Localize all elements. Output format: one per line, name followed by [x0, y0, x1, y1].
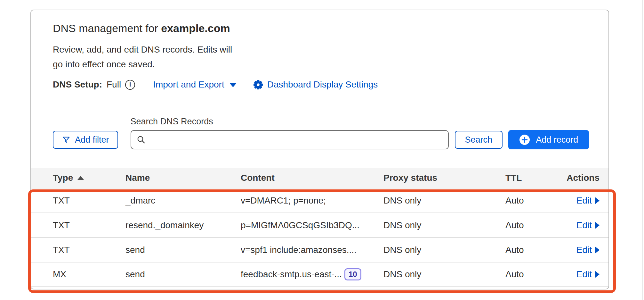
table-row: TXT _dmarc v=DMARC1; p=none; DNS only Au…: [31, 188, 608, 213]
dashboard-display-settings-link[interactable]: Dashboard Display Settings: [253, 79, 378, 90]
cell-name: send: [125, 269, 241, 279]
cell-name: resend._domainkey: [125, 220, 241, 230]
search-icon: [136, 135, 146, 145]
cell-content: v=spf1 include:amazonses....: [241, 245, 383, 255]
column-header-type[interactable]: Type: [53, 173, 125, 183]
cell-type: TXT: [53, 245, 125, 255]
column-header-proxy-status: Proxy status: [383, 173, 505, 183]
page-title-prefix: DNS management for: [53, 22, 161, 34]
column-header-content: Content: [241, 173, 383, 183]
add-filter-button[interactable]: Add filter: [53, 131, 118, 149]
column-header-name: Name: [125, 173, 241, 183]
cell-ttl: Auto: [505, 220, 576, 230]
chevron-right-icon: [595, 271, 600, 278]
cell-type: MX: [53, 269, 125, 279]
cell-ttl: Auto: [505, 245, 576, 255]
cell-content: p=MIGfMA0GCSqGSIb3DQ...: [241, 220, 383, 230]
page-scroll-edge: [642, 0, 644, 300]
cell-type: TXT: [53, 196, 125, 206]
import-export-link[interactable]: Import and Export: [153, 79, 237, 90]
edit-record-button[interactable]: Edit: [576, 245, 600, 255]
plus-icon: [519, 134, 530, 145]
cell-ttl: Auto: [505, 269, 576, 279]
cell-name: _dmarc: [125, 196, 241, 206]
chevron-right-icon: [595, 197, 600, 204]
page-title: DNS management for example.com: [53, 21, 608, 35]
dns-setup-value: Full: [107, 79, 121, 90]
table-row: TXT send v=spf1 include:amazonses.... DN…: [31, 237, 608, 262]
table-row: TXT resend._domainkey p=MIGfMA0GCSqGSIb3…: [31, 213, 608, 237]
cell-proxy-status: DNS only: [383, 220, 505, 230]
table-row: MX send feedback-smtp.us-east-...10 DNS …: [31, 262, 608, 287]
dns-setup-label: DNS Setup:: [53, 79, 102, 90]
edit-record-button[interactable]: Edit: [576, 269, 600, 279]
dns-setup-row: DNS Setup: Full i Import and Export: [53, 78, 608, 91]
dns-records-toolbar: Add filter Search DNS Records Search Add…: [53, 116, 608, 149]
cell-name: send: [125, 245, 241, 255]
funnel-icon: [62, 135, 71, 144]
edit-record-button[interactable]: Edit: [576, 196, 600, 206]
table-header-row: Type Name Content Proxy status TTL Actio…: [31, 168, 608, 188]
info-icon[interactable]: i: [125, 80, 135, 90]
search-input[interactable]: [131, 130, 449, 149]
page-subtitle: Review, add, and edit DNS records. Edits…: [53, 42, 608, 72]
chevron-right-icon: [595, 246, 600, 254]
mx-priority-badge: 10: [344, 268, 361, 280]
sort-ascending-icon: [77, 176, 84, 180]
edit-record-button[interactable]: Edit: [576, 220, 600, 230]
gear-icon: [253, 80, 263, 90]
cell-proxy-status: DNS only: [383, 245, 505, 255]
cell-ttl: Auto: [505, 196, 576, 206]
cell-proxy-status: DNS only: [383, 196, 505, 206]
search-button[interactable]: Search: [455, 131, 503, 149]
cell-proxy-status: DNS only: [383, 269, 505, 279]
chevron-down-icon: [229, 83, 237, 87]
cell-content: v=DMARC1; p=none;: [241, 196, 383, 206]
column-header-ttl: TTL: [505, 173, 567, 183]
search-field-label: Search DNS Records: [131, 116, 449, 127]
column-header-actions: Actions: [567, 173, 600, 183]
domain-name: example.com: [161, 22, 230, 34]
cell-content: feedback-smtp.us-east-...10: [241, 268, 383, 280]
search-group: Search DNS Records: [131, 116, 449, 149]
search-input-wrap: [131, 130, 449, 149]
dns-records-table: Type Name Content Proxy status TTL Actio…: [31, 168, 608, 287]
add-record-button[interactable]: Add record: [508, 130, 589, 149]
chevron-right-icon: [595, 222, 600, 229]
cell-type: TXT: [53, 220, 125, 230]
dns-management-card: DNS management for example.com Review, a…: [30, 10, 609, 289]
